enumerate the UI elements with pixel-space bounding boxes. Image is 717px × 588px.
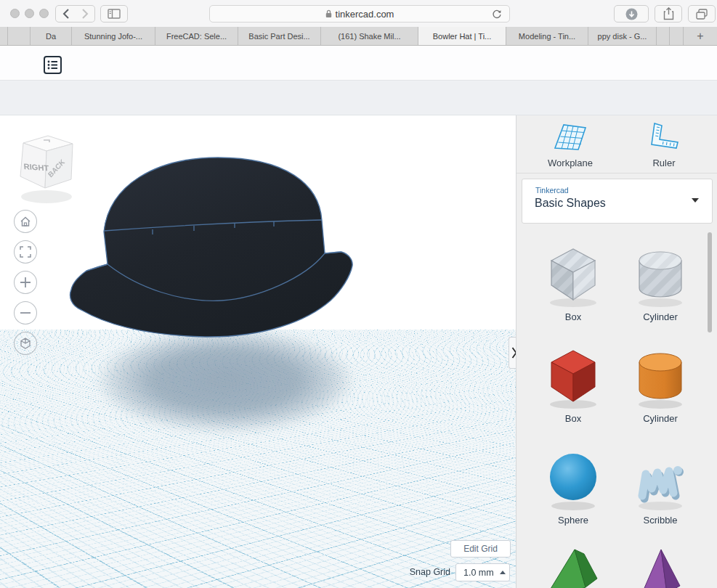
perspective-toggle-button[interactable] (14, 332, 37, 355)
tab-stub[interactable] (670, 27, 684, 45)
shape-sphere[interactable]: Sphere (542, 442, 604, 515)
zoom-out-button[interactable] (14, 301, 37, 324)
sphere-icon (542, 442, 604, 512)
back-icon (62, 9, 70, 19)
minus-icon (20, 311, 31, 314)
shape-box-hole[interactable]: Box (542, 239, 604, 311)
browser-tab-bar: Da Stunning Jofo-... FreeCAD: Sele... Ba… (0, 27, 717, 46)
hat-shadow (94, 327, 356, 433)
close-window-button[interactable] (10, 9, 20, 18)
new-tab-button[interactable]: + (684, 27, 717, 45)
tab-stub[interactable] (8, 27, 31, 45)
scribble-icon (629, 442, 692, 512)
shape-label: Cylinder (629, 311, 692, 322)
panel-scrollbar[interactable] (708, 232, 712, 332)
address-bar[interactable]: tinkercad.com (209, 5, 510, 23)
edit-toolbar: Import Export Send To (0, 81, 717, 115)
ruler-label: Ruler (631, 158, 697, 168)
workplane-tool[interactable]: Workplane (538, 121, 603, 168)
reload-button[interactable] (492, 9, 502, 22)
tab-stunning-jofo[interactable]: Stunning Jofo-... (72, 27, 155, 45)
zoom-in-button[interactable] (14, 271, 37, 294)
forward-button[interactable] (76, 5, 95, 23)
tab-basic-part[interactable]: Basic Part Desi... (238, 27, 321, 45)
shape-cylinder-solid[interactable]: Cylinder (629, 340, 692, 413)
shape-label: Box (542, 311, 604, 322)
shape-label: Scribble (629, 515, 692, 526)
home-icon (20, 216, 31, 227)
box-red-icon (542, 340, 604, 410)
shape-box-solid[interactable]: Box (542, 340, 604, 413)
pyramid-purple-icon (629, 544, 692, 588)
tabs-icon (696, 9, 708, 20)
tinkercad-header: TIN KER CAD Bowler Hat (0, 46, 717, 81)
edit-grid-button[interactable]: Edit Grid (450, 540, 511, 558)
shape-roof-partial[interactable] (542, 544, 604, 588)
perspective-cube-icon (19, 337, 32, 350)
back-button[interactable] (55, 5, 76, 23)
fit-view-button[interactable] (14, 240, 37, 264)
tab-modeling[interactable]: Modeling - Tin... (506, 27, 588, 45)
shape-label: Cylinder (629, 413, 692, 424)
panel-collapse-handle[interactable] (509, 337, 516, 369)
tab-da[interactable]: Da (31, 27, 72, 45)
home-view-button[interactable] (14, 210, 37, 233)
box-hole-icon (542, 239, 604, 309)
design-menu-icon (43, 55, 62, 75)
design-menu-button[interactable] (43, 55, 62, 78)
tab-floppy-disk[interactable]: ppy disk - G... (588, 27, 657, 45)
tab-bowler-hat-active[interactable]: Bowler Hat | Ti... (418, 27, 506, 45)
tinkercad-window: tinkercad.com (0, 0, 717, 588)
library-name: Basic Shapes (535, 197, 606, 210)
shape-pyramid-partial[interactable] (629, 544, 692, 588)
caret-down-icon (692, 198, 699, 203)
shape-label: Sphere (542, 515, 604, 526)
forward-icon (81, 9, 89, 19)
tab-stub[interactable] (0, 27, 8, 45)
hat-silhouette[interactable] (70, 158, 353, 337)
fit-view-icon (20, 246, 31, 258)
view-cube[interactable]: RIGHT BACK (7, 127, 83, 208)
download-icon (625, 8, 638, 20)
snap-grid-label: Snap Grid (392, 567, 450, 577)
caret-up-icon (500, 571, 506, 574)
workplane-icon (553, 121, 588, 152)
reload-icon (492, 9, 502, 20)
tab-stub[interactable] (657, 27, 670, 45)
zoom-window-button[interactable] (39, 9, 49, 18)
sidebar-icon (108, 9, 121, 19)
cylinder-orange-icon (629, 340, 692, 410)
workplane-label: Workplane (538, 158, 603, 168)
snap-grid-dropdown[interactable]: 1.0 mm (455, 563, 510, 581)
tab-overview-button[interactable] (688, 5, 716, 23)
ruler-icon (647, 121, 681, 152)
view-cube-right-label: RIGHT (23, 162, 49, 172)
tab-shake[interactable]: (161) Shake Mil... (321, 27, 418, 45)
shape-label: Box (542, 413, 604, 424)
shape-library-dropdown[interactable]: Tinkercad Basic Shapes (522, 179, 713, 224)
browser-titlebar: tinkercad.com (0, 0, 717, 28)
ruler-tool[interactable]: Ruler (631, 121, 697, 168)
cylinder-hole-icon (629, 239, 692, 309)
share-icon (663, 7, 674, 20)
url-text: tinkercad.com (336, 9, 394, 20)
shape-cylinder-hole[interactable]: Cylinder (629, 239, 692, 311)
roof-green-icon (542, 544, 604, 588)
plus-icon (20, 277, 31, 288)
lock-icon (325, 9, 332, 18)
sidebar-button[interactable] (100, 5, 128, 23)
downloads-button[interactable] (614, 5, 649, 23)
library-brand: Tinkercad (535, 186, 569, 195)
minimize-window-button[interactable] (25, 9, 34, 18)
shapes-panel: Workplane Ruler Tinkercad Basic Shapes (516, 115, 717, 588)
panel-divider (517, 173, 717, 173)
share-button[interactable] (655, 5, 682, 23)
viewport-3d[interactable]: RIGHT BACK (0, 115, 516, 588)
tab-freecad[interactable]: FreeCAD: Sele... (155, 27, 238, 45)
shape-scribble[interactable]: Scribble (629, 442, 692, 515)
